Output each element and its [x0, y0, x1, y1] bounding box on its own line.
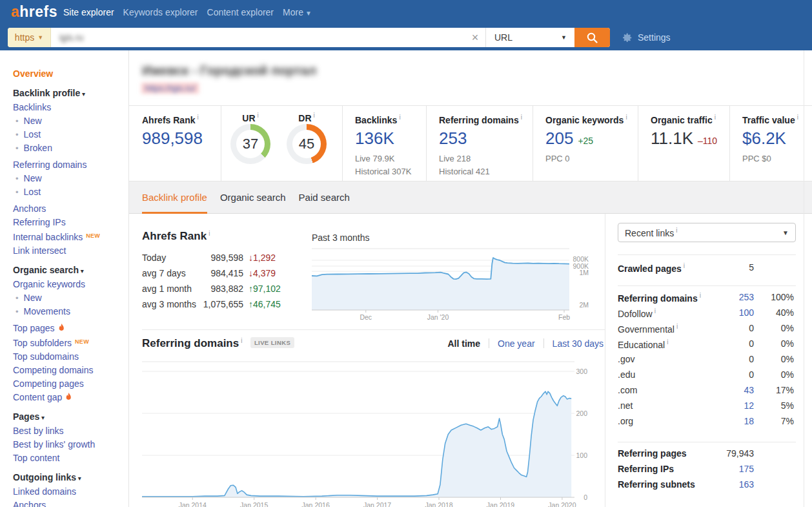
sidebar-item-lost[interactable]: •Lost	[0, 128, 128, 141]
sidebar-item-linked-domains[interactable]: Linked domains	[0, 485, 128, 499]
rail-row-percent: 0%	[781, 323, 794, 333]
nav-item-site-explorer[interactable]: Site explorer	[63, 0, 114, 25]
rail-row-org: .org187%	[618, 416, 796, 431]
divider	[426, 106, 427, 181]
sidebar-item-movements[interactable]: •Movements	[0, 305, 128, 318]
search-input[interactable]: igis.ru	[51, 28, 465, 47]
dr-value: 45	[292, 130, 321, 158]
refdomains-live: Live 218	[439, 152, 522, 165]
rail-row-value: 0	[749, 354, 754, 364]
sidebar-item-competing-domains[interactable]: Competing domains	[0, 364, 128, 377]
crawled-pages-value: 5	[749, 262, 754, 273]
sidebar-item-overview[interactable]: Overview	[0, 67, 128, 81]
traffic-value-value[interactable]: $6.2K	[742, 129, 798, 149]
sidebar-item-best-by-links-growth[interactable]: Best by links' growth	[0, 438, 128, 451]
rank-section-heading: Ahrefs Ranki	[142, 230, 210, 243]
svg-text:2M: 2M	[579, 301, 589, 309]
metric-organic-traffic: Organic traffici 11.1K–110	[651, 114, 717, 149]
total-row-value[interactable]: 175	[739, 464, 754, 474]
rail-row-value[interactable]: 253	[739, 292, 754, 302]
sidebar-item-label: Linked domains	[13, 486, 76, 497]
referring-domains-value[interactable]: 253	[439, 129, 522, 149]
search-button[interactable]	[574, 28, 610, 47]
bullet-icon: •	[15, 293, 19, 303]
sidebar-item-organic-keywords[interactable]: Organic keywords	[0, 278, 128, 291]
divider	[618, 254, 796, 255]
chevron-down-icon: ▾	[80, 90, 85, 98]
svg-text:1M: 1M	[579, 269, 589, 276]
organic-keywords-value[interactable]: 205	[545, 129, 573, 149]
sidebar-item-anchors[interactable]: Anchors	[0, 202, 128, 216]
range-last-30-days[interactable]: Last 30 days	[553, 338, 604, 349]
crawled-pages-label: Crawled pages	[618, 264, 682, 274]
sidebar-item-broken[interactable]: •Broken	[0, 141, 128, 155]
flame-icon	[58, 324, 65, 332]
sidebar-item-new[interactable]: •New	[0, 114, 128, 128]
rail-row-value[interactable]: 43	[744, 385, 754, 395]
info-icon: i	[241, 337, 242, 344]
sidebar-item-organic-search[interactable]: Organic search ▾	[0, 264, 128, 278]
sidebar-item-backlinks[interactable]: Backlinks	[0, 101, 128, 114]
total-row-label: Referring IPs	[618, 464, 674, 474]
sidebar-item-label: Backlinks	[13, 102, 51, 112]
rail-row-com: .com4317%	[618, 385, 796, 400]
total-row-value[interactable]: 163	[739, 479, 754, 490]
sidebar-item-new[interactable]: •New	[0, 291, 128, 305]
rail-row-value[interactable]: 18	[744, 416, 754, 426]
divider	[605, 214, 605, 507]
protocol-select[interactable]: https ▼	[8, 28, 51, 47]
sidebar-item-top-pages[interactable]: Top pages	[0, 322, 128, 335]
bullet-icon: •	[15, 143, 19, 153]
sidebar-item-backlink-profile[interactable]: Backlink profile ▾	[0, 87, 128, 101]
rail-row-value[interactable]: 12	[744, 400, 754, 411]
sidebar-item-anchors[interactable]: Anchors	[0, 499, 128, 507]
rail-row-percent: 0%	[781, 354, 794, 364]
site-link[interactable]: https://igis.ru/	[141, 83, 199, 94]
nav-item-keywords-explorer[interactable]: Keywords explorer	[123, 0, 198, 25]
sidebar-item-pages[interactable]: Pages ▾	[0, 410, 128, 424]
sidebar-item-referring-domains[interactable]: Referring domains	[0, 158, 128, 172]
sidebar-item-label: Movements	[24, 306, 70, 316]
tab-paid-search[interactable]: Paid search	[299, 181, 350, 214]
range-one-year[interactable]: One year	[498, 338, 535, 349]
ahrefs-rank-value[interactable]: 989,598	[142, 129, 203, 149]
dr-gauge: DRi 45	[287, 112, 327, 164]
metric-referring-domains: Referring domainsi 253 Live 218 Historic…	[439, 114, 522, 178]
sidebar-item-top-content[interactable]: Top content	[0, 451, 128, 465]
sidebar-item-link-intersect[interactable]: Link intersect	[0, 244, 128, 258]
bullet-icon: •	[15, 307, 19, 316]
sidebar-item-new[interactable]: •New	[0, 172, 128, 185]
organic-keywords-ppc: PPC 0	[545, 152, 627, 165]
links-filter-dropdown[interactable]: Recent linksi ▼	[618, 223, 796, 242]
clear-icon[interactable]: ×	[465, 28, 485, 47]
range-all-time[interactable]: All time	[447, 338, 480, 349]
nav-item-content-explorer[interactable]: Content explorer	[207, 0, 274, 25]
settings-button[interactable]: Settings	[622, 28, 671, 47]
sidebar-item-top-subfolders[interactable]: Top subfoldersNEW	[0, 335, 128, 350]
sidebar-item-referring-ips[interactable]: Referring IPs	[0, 216, 128, 229]
tab-organic-search[interactable]: Organic search	[220, 181, 286, 214]
divider	[221, 106, 221, 181]
sidebar-item-label: New	[24, 116, 42, 126]
rail-row-value: 0	[749, 323, 754, 333]
rail-row-value[interactable]: 100	[739, 307, 754, 318]
sidebar-item-label: Link intersect	[13, 245, 66, 256]
svg-text:Jan 2018: Jan 2018	[425, 501, 452, 507]
search-mode-select[interactable]: URL ▼	[485, 28, 574, 47]
nav-item-more[interactable]: More▼	[283, 0, 312, 26]
ahrefs-logo[interactable]: ahrefs	[11, 3, 57, 21]
tab-backlink-profile[interactable]: Backlink profile	[142, 181, 207, 214]
svg-text:Feb: Feb	[558, 313, 570, 321]
sidebar-item-label: Outgoing links	[13, 472, 76, 482]
info-icon: i	[399, 114, 400, 121]
sidebar-item-internal-backlinks[interactable]: Internal backlinksNEW	[0, 229, 128, 244]
rank-row-delta: ↑46,745	[249, 299, 281, 309]
sidebar-item-label: Content gap	[13, 392, 62, 402]
backlinks-value[interactable]: 136K	[355, 129, 411, 149]
sidebar-item-lost[interactable]: •Lost	[0, 185, 128, 199]
sidebar-item-top-subdomains[interactable]: Top subdomains	[0, 350, 128, 364]
sidebar-item-content-gap[interactable]: Content gap	[0, 391, 128, 404]
sidebar-item-best-by-links[interactable]: Best by links	[0, 424, 128, 438]
sidebar-item-outgoing-links[interactable]: Outgoing links ▾	[0, 471, 128, 485]
sidebar-item-competing-pages[interactable]: Competing pages	[0, 377, 128, 391]
